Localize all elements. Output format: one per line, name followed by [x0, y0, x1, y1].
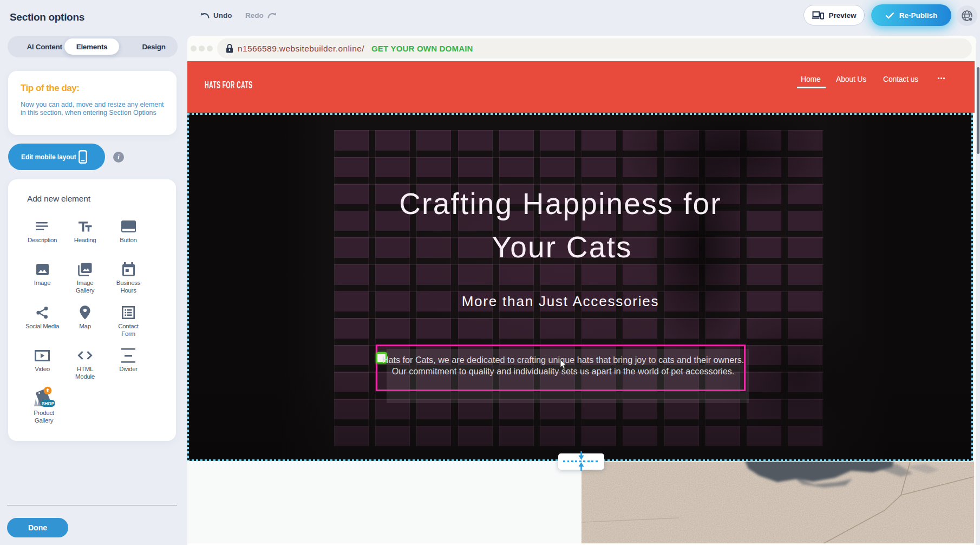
svg-text:SHOP: SHOP: [42, 401, 55, 406]
